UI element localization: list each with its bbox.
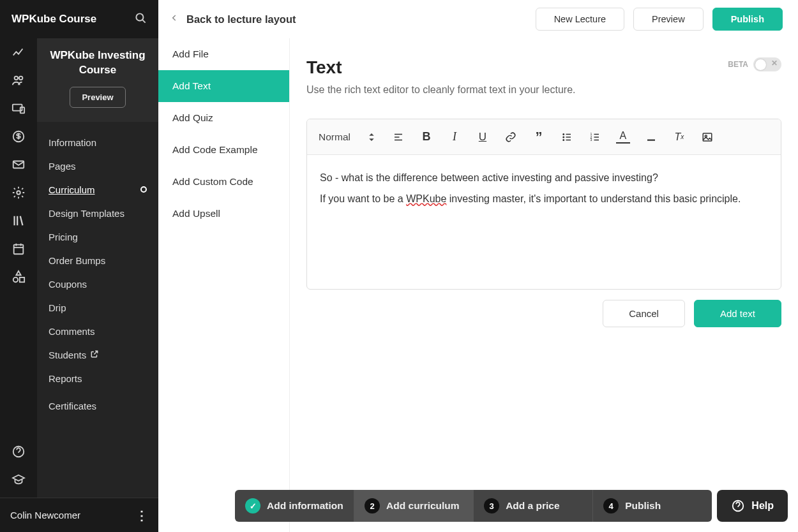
rail-help-icon[interactable] bbox=[0, 438, 37, 466]
add-file[interactable]: Add File bbox=[158, 38, 289, 70]
rail-calendar-icon[interactable] bbox=[0, 235, 37, 263]
editor-toolbar: Normal B I U ” 123 A Tx bbox=[307, 119, 781, 155]
course-title: WPKube Investing Course bbox=[43, 48, 152, 78]
text-color-icon[interactable]: A bbox=[616, 130, 630, 144]
link-icon[interactable] bbox=[504, 131, 518, 143]
svg-point-14 bbox=[563, 139, 564, 140]
rail-device-icon[interactable] bbox=[0, 94, 37, 122]
image-icon[interactable] bbox=[700, 131, 714, 143]
svg-point-13 bbox=[563, 137, 564, 138]
back-label: Back to lecture layout bbox=[186, 13, 296, 26]
rail-dollar-icon[interactable] bbox=[0, 122, 37, 151]
check-icon: ✓ bbox=[245, 498, 260, 514]
topbar: Back to lecture layout New Lecture Previ… bbox=[158, 0, 798, 38]
svg-point-12 bbox=[563, 133, 564, 135]
beta-toggle-group: BETA ✕ bbox=[728, 57, 781, 71]
chevron-left-icon bbox=[170, 13, 179, 25]
new-lecture-button[interactable]: New Lecture bbox=[536, 8, 624, 31]
brand-title: WPKube Course bbox=[11, 13, 96, 26]
nav-order-bumps[interactable]: Order Bumps bbox=[37, 249, 158, 272]
course-block: WPKube Investing Course Preview bbox=[37, 38, 158, 122]
rail-analytics-icon[interactable] bbox=[0, 38, 37, 66]
add-quiz[interactable]: Add Quiz bbox=[158, 102, 289, 134]
editor-paragraph: If you want to be a WPKube investing mas… bbox=[320, 190, 768, 209]
rail-people-icon[interactable] bbox=[0, 66, 37, 94]
content-heading: Text bbox=[306, 57, 576, 78]
add-panel: Add File Add Text Add Quiz Add Code Exam… bbox=[158, 0, 290, 532]
step-add-price[interactable]: 3Add a price bbox=[474, 490, 593, 522]
style-select[interactable]: Normal bbox=[319, 131, 377, 143]
add-code-example[interactable]: Add Code Example bbox=[158, 134, 289, 166]
svg-point-11 bbox=[136, 13, 143, 20]
more-icon[interactable]: ⋮ bbox=[135, 508, 148, 523]
nav-curriculum[interactable]: Curriculum bbox=[37, 178, 158, 202]
cancel-button[interactable]: Cancel bbox=[603, 300, 685, 327]
external-link-icon bbox=[90, 350, 99, 360]
nav-list: Information Pages Curriculum Design Temp… bbox=[37, 122, 158, 532]
editor-paragraph: So - what is the difference between acti… bbox=[320, 169, 768, 188]
numbered-list-icon[interactable]: 123 bbox=[588, 131, 602, 143]
beta-label: BETA bbox=[728, 60, 748, 69]
content: Text Use the rich text editor to cleanly… bbox=[290, 0, 798, 532]
beta-toggle[interactable]: ✕ bbox=[753, 57, 781, 71]
nav-design-templates[interactable]: Design Templates bbox=[37, 202, 158, 225]
clear-format-icon[interactable]: Tx bbox=[672, 131, 686, 143]
user-footer[interactable]: Colin Newcomer ⋮ bbox=[0, 498, 158, 532]
svg-point-0 bbox=[15, 77, 18, 80]
nav-pricing[interactable]: Pricing bbox=[37, 225, 158, 249]
help-button[interactable]: Help bbox=[717, 490, 788, 522]
rail-mail-icon[interactable] bbox=[0, 151, 37, 179]
svg-point-1 bbox=[19, 77, 22, 80]
close-icon: ✕ bbox=[771, 59, 778, 68]
nav-reports[interactable]: Reports bbox=[37, 367, 158, 390]
add-custom-code[interactable]: Add Custom Code bbox=[158, 166, 289, 198]
hr-icon[interactable] bbox=[644, 131, 658, 143]
italic-icon[interactable]: I bbox=[448, 130, 462, 144]
step-add-curriculum[interactable]: 2Add curriculum bbox=[354, 490, 474, 522]
nav-coupons[interactable]: Coupons bbox=[37, 272, 158, 296]
bullet-list-icon[interactable] bbox=[560, 131, 574, 143]
svg-point-6 bbox=[17, 191, 20, 195]
svg-text:3: 3 bbox=[590, 138, 592, 142]
nav-students[interactable]: Students bbox=[37, 343, 158, 367]
rich-text-editor: Normal B I U ” 123 A Tx bbox=[306, 119, 781, 290]
rail-grad-icon[interactable] bbox=[0, 466, 37, 494]
active-indicator-icon bbox=[140, 186, 147, 193]
step-publish[interactable]: 4Publish bbox=[593, 490, 712, 522]
publish-button[interactable]: Publish bbox=[712, 8, 783, 31]
svg-rect-18 bbox=[703, 133, 712, 141]
editor-body[interactable]: So - what is the difference between acti… bbox=[307, 155, 781, 289]
add-upsell[interactable]: Add Upsell bbox=[158, 198, 289, 230]
svg-point-8 bbox=[13, 277, 18, 282]
search-icon[interactable] bbox=[135, 12, 147, 27]
svg-rect-9 bbox=[20, 277, 24, 282]
user-name: Colin Newcomer bbox=[10, 510, 80, 521]
bold-icon[interactable]: B bbox=[419, 130, 433, 144]
content-subtitle: Use the rich text editor to cleanly form… bbox=[306, 84, 576, 96]
underline-icon[interactable]: U bbox=[476, 131, 490, 144]
nav-certificates[interactable]: Certificates bbox=[37, 394, 158, 418]
nav-drip[interactable]: Drip bbox=[37, 296, 158, 320]
sidebar: WPKube Course WPKube Investing Course Pr… bbox=[37, 0, 158, 532]
brand-header: WPKube Course bbox=[0, 0, 158, 38]
rail-shapes-icon[interactable] bbox=[0, 263, 37, 291]
preview-button[interactable]: Preview bbox=[633, 8, 704, 31]
help-icon bbox=[731, 499, 745, 513]
back-link[interactable]: Back to lecture layout bbox=[170, 13, 296, 26]
quote-icon[interactable]: ” bbox=[532, 129, 546, 145]
add-text[interactable]: Add Text bbox=[158, 70, 289, 102]
add-text-button[interactable]: Add text bbox=[694, 300, 781, 327]
icon-rail bbox=[0, 0, 37, 532]
steps-bar: ✓Add information 2Add curriculum 3Add a … bbox=[235, 490, 788, 522]
course-preview-button[interactable]: Preview bbox=[70, 87, 125, 108]
nav-comments[interactable]: Comments bbox=[37, 320, 158, 343]
svg-rect-7 bbox=[14, 245, 24, 255]
nav-information[interactable]: Information bbox=[37, 131, 158, 154]
nav-pages[interactable]: Pages bbox=[37, 154, 158, 178]
align-icon[interactable] bbox=[391, 131, 405, 143]
rail-books-icon[interactable] bbox=[0, 207, 37, 235]
main: Back to lecture layout New Lecture Previ… bbox=[290, 0, 798, 532]
rail-gear-icon[interactable] bbox=[0, 179, 37, 207]
step-add-information[interactable]: ✓Add information bbox=[235, 490, 354, 522]
